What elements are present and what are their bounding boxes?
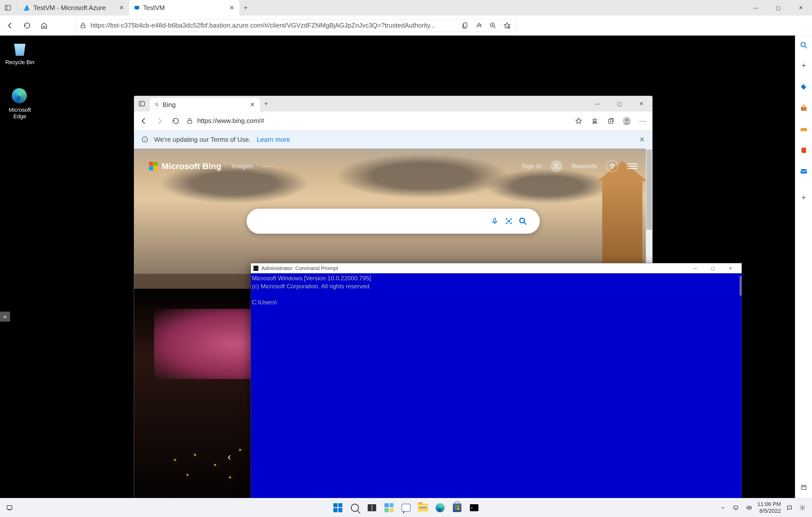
read-aloud-icon[interactable] [474,21,484,31]
refresh-button[interactable] [21,20,33,32]
minimize-button[interactable]: — [744,0,767,16]
discover-icon[interactable] [799,62,808,71]
address-bar[interactable]: https://bst-c375b4cb-e48d-b6ba3dc52fbf.b… [75,19,516,32]
close-tab-icon[interactable]: ✕ [229,4,234,11]
remote-taskbar: >_ 11:06 PM 8/5/2022 [0,498,812,517]
cmd-taskbar-button[interactable]: >_ [467,500,482,515]
edge-taskbar-button[interactable] [433,500,447,515]
hamburger-menu-icon[interactable] [627,161,637,171]
close-tab-icon[interactable]: ✕ [119,4,124,11]
bastion-expand-handle[interactable]: » [0,312,10,322]
info-icon [142,136,148,143]
back-button[interactable] [4,20,16,32]
favorite-icon[interactable] [502,21,512,31]
browser-tab-bing[interactable]: Bing ✕ [150,98,260,112]
chat-button[interactable] [399,500,413,515]
menu-icon[interactable]: ··· [637,116,648,126]
search-input[interactable] [257,217,488,225]
collections-icon[interactable] [605,116,616,126]
tools-icon[interactable] [799,104,808,113]
svg-point-33 [804,85,806,87]
close-notice-icon[interactable]: ✕ [639,136,645,144]
bing-logo[interactable]: Microsoft Bing [149,161,221,171]
inner-edge-titlebar[interactable]: Bing ✕ + — ▢ ✕ [134,96,652,112]
edge-sidebar [795,36,812,498]
recycle-bin-icon [12,40,28,57]
file-explorer-button[interactable] [415,500,431,515]
copy-url-icon[interactable] [460,21,470,31]
refresh-button[interactable] [170,116,181,126]
shopping-icon[interactable] [799,83,808,92]
nav-images[interactable]: Images [231,162,253,170]
sidebar-settings-icon[interactable] [799,483,808,492]
outlook-icon[interactable] [799,167,808,176]
volume-icon[interactable] [744,503,753,512]
add-sidebar-icon[interactable] [799,193,808,202]
inner-edge-toolbar: https://www.bing.com/# ··· [134,112,652,130]
widgets-button[interactable] [381,500,397,515]
start-button[interactable] [330,500,345,515]
image-search-icon[interactable] [502,214,516,228]
rewards-trophy-icon[interactable] [606,160,618,172]
tab-title: Bing [163,101,246,109]
lock-icon [186,118,193,124]
logo-text: Microsoft Bing [162,161,221,171]
minimize-button[interactable]: — [687,263,704,273]
games-icon[interactable] [799,125,808,134]
maximize-button[interactable]: ▢ [608,96,630,112]
tab-actions-button[interactable] [0,0,16,16]
office-icon[interactable] [799,146,808,155]
close-tab-icon[interactable]: ✕ [250,101,255,108]
rewards-link[interactable]: Rewards [572,162,597,170]
profile-avatar-icon[interactable] [550,160,562,172]
signin-link[interactable]: Sign in [522,162,542,170]
cmd-output[interactable]: Microsoft Windows [Version 10.0.22000.79… [251,273,742,307]
settings-gear-icon[interactable] [798,503,807,512]
close-button[interactable]: ✕ [789,0,812,16]
forward-button [154,116,165,126]
taskbar-search-button[interactable] [347,500,362,515]
new-tab-button[interactable]: + [260,96,272,112]
close-button[interactable]: ✕ [630,96,652,112]
tab-actions-button[interactable] [134,96,150,112]
favorites-list-icon[interactable] [589,116,600,126]
search-icon[interactable] [799,40,808,50]
address-bar[interactable]: https://www.bing.com/# [186,115,568,127]
cmd-titlebar[interactable]: C:\ Administrator: Command Prompt — ▢ ✕ [251,263,742,273]
icon-label: Microsoft Edge [3,107,36,120]
scrollbar-thumb[interactable] [646,150,652,230]
desktop-icon-recycle-bin[interactable]: Recycle Bin [3,40,36,66]
desktop-icon-edge[interactable]: Microsoft Edge [3,88,36,120]
back-button[interactable] [138,116,149,126]
tray-chevron-icon[interactable] [718,503,727,512]
prev-image-icon[interactable]: ‹ [222,449,237,464]
profile-icon[interactable] [621,116,632,126]
remote-desktop[interactable]: Recycle Bin Microsoft Edge Bing ✕ [0,36,795,517]
svg-point-28 [508,220,510,222]
new-tab-button[interactable]: + [239,0,252,16]
widgets-button[interactable] [5,503,14,512]
taskbar-clock[interactable]: 11:06 PM 8/5/2022 [757,501,781,514]
browser-tab-azure[interactable]: TestVM - Microsoft Azure ✕ [19,0,129,16]
close-button[interactable]: ✕ [722,263,739,273]
bing-search-box[interactable] [246,209,540,234]
host-content: Recycle Bin Microsoft Edge Bing ✕ [0,36,812,517]
task-view-button[interactable] [365,500,379,515]
search-submit-icon[interactable] [516,214,530,228]
browser-tab-testvm[interactable]: TestVM ✕ [129,0,239,16]
favorite-icon[interactable] [573,116,584,126]
maximize-button[interactable]: ▢ [767,0,789,16]
minimize-button[interactable]: — [586,96,608,112]
bing-header: Microsoft Bing Images ··· Sign in Reward… [134,156,652,176]
voice-search-icon[interactable] [488,214,502,228]
nav-more-icon[interactable]: ··· [263,162,272,170]
command-prompt-window[interactable]: C:\ Administrator: Command Prompt — ▢ ✕ … [251,263,742,517]
scrollbar-thumb[interactable] [740,276,742,296]
home-button[interactable] [38,20,50,32]
maximize-button[interactable]: ▢ [704,263,722,273]
learn-more-link[interactable]: Learn more [257,136,290,144]
zoom-icon[interactable] [488,21,498,31]
notifications-icon[interactable] [785,503,794,512]
store-button[interactable] [450,500,465,515]
network-icon[interactable] [731,503,740,512]
